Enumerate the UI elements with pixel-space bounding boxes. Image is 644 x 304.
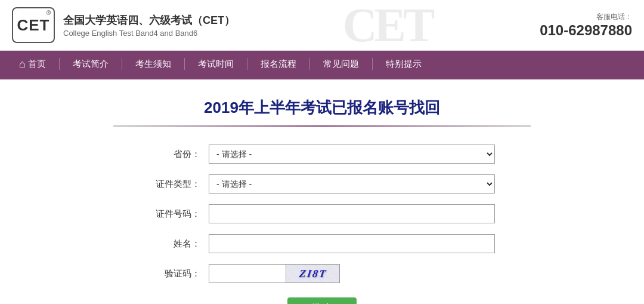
captcha-display-text: ZI8T	[298, 268, 327, 280]
main-content: 2019年上半年考试已报名账号找回 省份： - 请选择 - 证件类型： - 请选…	[0, 79, 644, 304]
navbar-item-time[interactable]: 考试时间	[185, 51, 247, 77]
site-title-main: 全国大学英语四、六级考试（CET）	[63, 13, 235, 27]
province-row: 省份： - 请选择 -	[149, 145, 495, 164]
cert-no-row: 证件号码：	[149, 204, 495, 223]
navbar-item-notice[interactable]: 考生须知	[122, 51, 184, 77]
site-title-sub: College English Test Band4 and Band6	[63, 29, 235, 38]
header-title-block: 全国大学英语四、六级考试（CET） College English Test B…	[63, 13, 235, 38]
captcha-label: 验证码：	[149, 268, 209, 280]
province-label: 省份：	[149, 149, 209, 160]
navbar-faq-label: 常见问题	[323, 59, 359, 70]
cert-type-select[interactable]: - 请选择 -	[209, 174, 495, 194]
header-left: CET ® 全国大学英语四、六级考试（CET） College English …	[12, 7, 235, 43]
captcha-row: 验证码： ZI8T	[149, 264, 495, 283]
cert-no-input[interactable]	[209, 204, 495, 223]
home-icon: ⌂	[19, 58, 26, 70]
name-input[interactable]	[209, 234, 495, 253]
navbar-item-home[interactable]: ⌂ 首页	[6, 51, 59, 77]
captcha-group: ZI8T	[209, 264, 340, 283]
header-right: 客服电话： 010-62987880	[540, 12, 632, 39]
cert-no-label: 证件号码：	[149, 208, 209, 220]
province-select[interactable]: - 请选择 -	[209, 145, 495, 164]
navbar-notice-label: 考生须知	[135, 59, 171, 70]
name-label: 姓名：	[149, 238, 209, 250]
phone-label: 客服电话：	[596, 12, 632, 22]
logo-text: CET	[17, 16, 50, 35]
registered-mark: ®	[47, 10, 51, 16]
site-header: CET ® 全国大学英语四、六级考试（CET） College English …	[0, 0, 644, 51]
captcha-image[interactable]: ZI8T	[286, 264, 340, 283]
header-bg-decoration: CET	[235, 4, 540, 46]
account-recovery-form: 省份： - 请选择 - 证件类型： - 请选择 - 证件号码： 姓名： 验证码：	[149, 145, 495, 304]
navbar: ⌂ 首页 考试简介 考生须知 考试时间 报名流程 常见问题 特别提示	[0, 51, 644, 77]
submit-row: 提 交	[149, 297, 495, 304]
submit-button[interactable]: 提 交	[287, 297, 357, 304]
navbar-item-flow[interactable]: 报名流程	[247, 51, 309, 77]
page-title: 2019年上半年考试已报名账号找回	[24, 97, 620, 118]
navbar-item-faq[interactable]: 常见问题	[310, 51, 372, 77]
navbar-home-label: 首页	[28, 59, 46, 70]
navbar-time-label: 考试时间	[198, 59, 234, 70]
navbar-intro-label: 考试简介	[73, 59, 109, 70]
cert-type-row: 证件类型： - 请选择 -	[149, 174, 495, 194]
navbar-item-tips[interactable]: 特别提示	[373, 51, 435, 77]
name-row: 姓名：	[149, 234, 495, 253]
captcha-input[interactable]	[209, 264, 286, 283]
cert-type-label: 证件类型：	[149, 179, 209, 190]
navbar-tips-label: 特别提示	[386, 59, 422, 70]
phone-number: 010-62987880	[540, 22, 632, 39]
cet-logo: CET ®	[12, 7, 55, 43]
navbar-flow-label: 报名流程	[261, 59, 296, 70]
navbar-item-intro[interactable]: 考试简介	[60, 51, 122, 77]
title-underline	[113, 125, 531, 127]
